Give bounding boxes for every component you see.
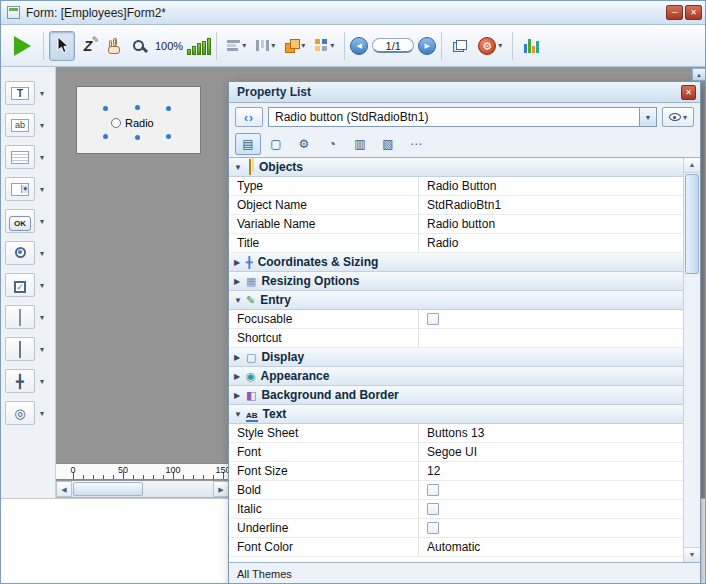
tab-styles[interactable]: ▥ (347, 133, 373, 155)
hand-tool-button[interactable] (101, 31, 127, 61)
list-box-tool-dropdown[interactable]: ▾ (37, 153, 47, 162)
property-name-label: Type (229, 177, 419, 195)
horizontal-scrollbar[interactable]: ◀ ▶ (56, 481, 229, 498)
input-tool[interactable]: ab (5, 113, 35, 137)
type-value[interactable]: Radio Button (427, 179, 496, 193)
radio-button-tool-dropdown[interactable]: ▾ (37, 249, 47, 258)
tab-events[interactable]: ◔ (319, 133, 345, 155)
font-value[interactable]: Segoe UI (427, 445, 477, 459)
tab-settings[interactable]: ⚙ (291, 133, 317, 155)
form-settings-button[interactable]: ⚙▾ (473, 31, 507, 61)
checkbox-tool[interactable]: ✓ (5, 273, 35, 297)
section-objects[interactable]: ▼Objects (229, 158, 683, 177)
section-resizing-options[interactable]: ▶▦Resizing Options (229, 272, 683, 291)
themes-footer[interactable]: All Themes (229, 562, 700, 584)
scroll-up-button[interactable]: ▲ (692, 68, 706, 81)
checkbox-tool-dropdown[interactable]: ▾ (37, 281, 47, 290)
combo-box-tool-dropdown[interactable]: ▾ (37, 185, 47, 194)
display-pages-button[interactable] (447, 31, 473, 61)
title-value[interactable]: Radio (427, 236, 458, 250)
underline-checkbox[interactable] (427, 522, 439, 534)
disclosure-triangle-icon[interactable]: ▶ (234, 372, 246, 381)
radio-button-object[interactable]: Radio (108, 111, 166, 134)
section-coordinates-sizing[interactable]: ▶╋Coordinates & Sizing (229, 253, 683, 272)
property-list-scrollbar[interactable]: ▲ ▼ (683, 158, 700, 562)
section-text[interactable]: ▼ABText (229, 405, 683, 424)
selection-handle[interactable] (135, 135, 140, 140)
style-sheet-value[interactable]: Buttons 13 (427, 426, 484, 440)
page-indicator[interactable]: 1/1 (372, 38, 414, 53)
scroll-right-button[interactable]: ▶ (213, 481, 229, 497)
splitter-tool-dropdown[interactable]: ▾ (37, 377, 47, 386)
draw-tool-button[interactable]: Z✎ (75, 31, 101, 61)
rectangle-tool[interactable] (5, 337, 35, 361)
pointer-tool-button[interactable] (49, 31, 75, 61)
section-display[interactable]: ▶▢Display (229, 348, 683, 367)
focusable-checkbox[interactable] (427, 313, 439, 325)
button-grid-tool[interactable] (5, 305, 35, 329)
scroll-thumb[interactable] (73, 482, 143, 496)
disclosure-triangle-icon[interactable]: ▼ (234, 163, 246, 172)
selection-handle[interactable] (166, 106, 171, 111)
disclosure-triangle-icon[interactable]: ▼ (234, 296, 246, 305)
tab-form[interactable]: ▢ (263, 133, 289, 155)
object-navigator-button[interactable]: ‹› (235, 107, 263, 127)
disclosure-triangle-icon[interactable]: ▼ (234, 410, 246, 419)
previous-page-button[interactable]: ◀ (350, 37, 368, 55)
distribute-menu-button[interactable]: ▾ (251, 31, 280, 61)
align-menu-button[interactable]: ▾ (222, 31, 251, 61)
execute-form-button[interactable] (7, 31, 38, 61)
font-color-value[interactable]: Automatic (427, 540, 480, 554)
button-grid-tool-dropdown[interactable]: ▾ (37, 313, 47, 322)
disclosure-triangle-icon[interactable]: ▶ (234, 277, 246, 286)
combo-box-tool[interactable] (5, 177, 35, 201)
list-box-tool[interactable] (5, 145, 35, 169)
italic-checkbox[interactable] (427, 503, 439, 515)
splitter-tool[interactable]: ╋ (5, 369, 35, 393)
tab-display[interactable]: ▧ (375, 133, 401, 155)
input-tool-dropdown[interactable]: ▾ (37, 121, 47, 130)
tab-control-tool[interactable]: ◎ (5, 401, 35, 425)
grid-menu-button[interactable]: ▾ (310, 31, 339, 61)
scroll-thumb[interactable] (685, 174, 699, 274)
close-button[interactable]: ✕ (685, 5, 702, 20)
bold-checkbox[interactable] (427, 484, 439, 496)
font-size-value[interactable]: 12 (427, 464, 440, 478)
rectangle-tool-dropdown[interactable]: ▾ (37, 345, 47, 354)
tab-property-list[interactable]: ▤ (235, 133, 261, 155)
disclosure-triangle-icon[interactable]: ▶ (234, 353, 246, 362)
button-tool[interactable]: OK (5, 209, 35, 233)
tab-more[interactable]: ⋯ (403, 133, 429, 155)
object-selector-dropdown[interactable]: Radio button (StdRadioBtn1) ▼ (268, 107, 657, 127)
button-tool-dropdown[interactable]: ▾ (37, 217, 47, 226)
text-tool-dropdown[interactable]: ▾ (37, 89, 47, 98)
scroll-down-button[interactable]: ▼ (684, 547, 700, 562)
next-page-button[interactable]: ▶ (418, 37, 436, 55)
text-tool[interactable]: T (5, 81, 35, 105)
zoom-bars-control[interactable] (187, 37, 211, 55)
level-menu-button[interactable]: ▾ (280, 31, 310, 61)
scroll-up-button[interactable]: ▲ (684, 158, 700, 173)
disclosure-triangle-icon[interactable]: ▶ (234, 258, 246, 267)
selection-handle[interactable] (135, 105, 140, 110)
selection-handle[interactable] (103, 134, 108, 139)
view-options-button[interactable]: ▾ (662, 107, 694, 127)
scroll-left-button[interactable]: ◀ (56, 481, 72, 497)
property-list-close-button[interactable]: ✕ (681, 85, 696, 100)
section-background-and-border[interactable]: ▶◧Background and Border (229, 386, 683, 405)
section-entry[interactable]: ▼✎Entry (229, 291, 683, 310)
form-page[interactable]: Radio (76, 86, 201, 154)
property-list-titlebar[interactable]: Property List ✕ (229, 82, 700, 103)
object-library-button[interactable] (518, 31, 544, 61)
disclosure-triangle-icon[interactable]: ▶ (234, 391, 246, 400)
window-titlebar[interactable]: Form: [Employees]Form2* ─ ✕ (1, 1, 705, 25)
selection-handle[interactable] (166, 134, 171, 139)
variable-name-value[interactable]: Radio button (427, 217, 495, 231)
section-appearance[interactable]: ▶◉Appearance (229, 367, 683, 386)
minimize-button[interactable]: ─ (666, 5, 683, 20)
zoom-tool-button[interactable] (127, 31, 153, 61)
object-name-value[interactable]: StdRadioBtn1 (427, 198, 501, 212)
tab-control-tool-dropdown[interactable]: ▾ (37, 409, 47, 418)
selection-handle[interactable] (103, 106, 108, 111)
radio-button-tool[interactable] (5, 241, 35, 265)
